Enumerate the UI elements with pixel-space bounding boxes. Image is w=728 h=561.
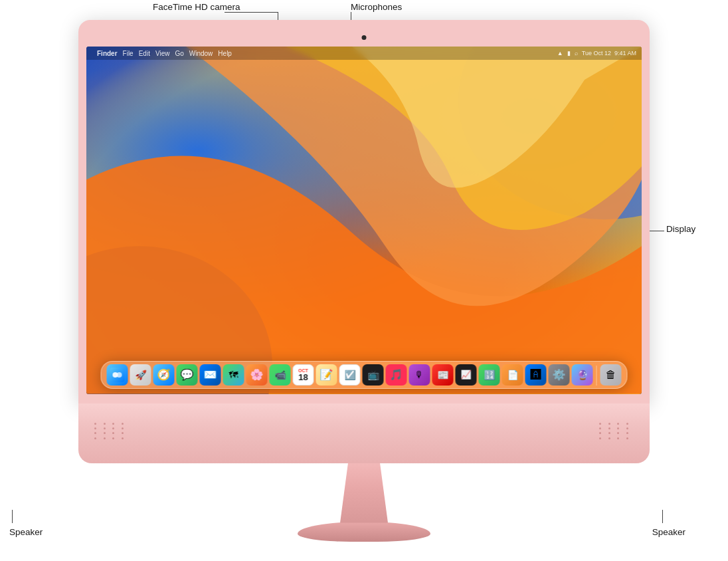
dock-icon-notes[interactable]: 📝 <box>316 364 337 386</box>
grille-dot <box>599 437 601 439</box>
display-label: Display <box>666 224 695 234</box>
menubar: Finder File Edit View Go Window Help ▲ ▮… <box>86 47 642 60</box>
dock-icon-safari[interactable]: 🧭 <box>153 364 175 386</box>
dock-icon-photos[interactable]: 🌸 <box>246 364 268 386</box>
grille-dot <box>626 432 628 434</box>
dock-icon-facetime[interactable]: 📹 <box>270 364 291 386</box>
grille-dot <box>626 437 628 439</box>
speaker-left-label: Speaker <box>9 527 43 537</box>
stand-neck <box>324 463 404 523</box>
monitor-top-bar <box>86 28 642 47</box>
grille-dot <box>94 437 96 439</box>
menubar-view[interactable]: View <box>155 50 170 57</box>
imac-body: Finder File Edit View Go Window Help ▲ ▮… <box>78 20 650 542</box>
grille-dot <box>599 432 601 434</box>
dock-icon-settings[interactable]: ⚙️ <box>549 364 570 386</box>
menubar-go[interactable]: Go <box>175 50 183 57</box>
grille-dot <box>626 427 628 429</box>
grille-dot <box>122 427 124 429</box>
grille-dot <box>608 437 610 439</box>
wallpaper-svg <box>86 47 642 394</box>
dock-icon-finder[interactable] <box>107 364 128 386</box>
grille-dot <box>599 423 601 425</box>
grille-dot <box>617 427 619 429</box>
grille-dot <box>617 432 619 434</box>
grille-dot <box>608 423 610 425</box>
dock-icon-calendar[interactable]: OCT 18 <box>293 364 314 386</box>
speaker-grille-right <box>596 420 636 453</box>
menubar-battery-icon: ▮ <box>567 50 571 56</box>
grille-dot <box>122 437 124 439</box>
dock-icon-maps[interactable]: 🗺 <box>223 364 244 386</box>
grille-dot <box>122 423 124 425</box>
wallpaper <box>86 47 642 394</box>
grille-dot <box>112 432 114 434</box>
grille-dot <box>626 423 628 425</box>
monitor-frame: Finder File Edit View Go Window Help ▲ ▮… <box>78 20 650 403</box>
dock-icon-reminders[interactable]: ☑️ <box>339 364 361 386</box>
facetime-camera-line-h <box>225 12 278 13</box>
grille-dot <box>112 437 114 439</box>
grille-dot <box>112 427 114 429</box>
imac-body-bottom <box>78 403 650 463</box>
dock-icon-news[interactable]: 📰 <box>432 364 454 386</box>
stand-base <box>298 522 430 542</box>
grille-dot <box>122 432 124 434</box>
speaker-right-label: Speaker <box>652 527 685 537</box>
menubar-datetime: Tue Oct 12 9:41 AM <box>582 50 636 56</box>
menubar-right: ▲ ▮ ⌕ Tue Oct 12 9:41 AM <box>557 50 636 56</box>
dock-icon-appstore[interactable]: 🅰 <box>525 364 547 386</box>
speaker-left-line-v <box>12 510 13 523</box>
menubar-help[interactable]: Help <box>218 50 232 57</box>
dock-icon-siri[interactable]: 🔮 <box>572 364 593 386</box>
grille-dot <box>104 423 106 425</box>
menubar-left: Finder File Edit View Go Window Help <box>92 50 232 57</box>
menubar-finder[interactable]: Finder <box>97 50 118 57</box>
grille-dot <box>608 427 610 429</box>
dock-icon-numbers[interactable]: 🔢 <box>479 364 500 386</box>
menubar-window[interactable]: Window <box>189 50 213 57</box>
grille-dot <box>104 432 106 434</box>
dock-icon-podcasts[interactable]: 🎙 <box>409 364 430 386</box>
menubar-file[interactable]: File <box>123 50 134 57</box>
dock-divider <box>596 366 597 386</box>
grille-dot <box>104 427 106 429</box>
speaker-right-line-v <box>662 510 663 523</box>
speaker-grille-left <box>92 420 132 453</box>
menubar-wifi-icon: ▲ <box>557 50 563 56</box>
grille-dot <box>94 427 96 429</box>
grille-dot <box>94 432 96 434</box>
svg-point-4 <box>117 372 122 378</box>
dock-icon-pages[interactable]: 📄 <box>502 364 523 386</box>
menubar-search-icon[interactable]: ⌕ <box>575 50 578 56</box>
microphones-label: Microphones <box>351 2 402 12</box>
dock-icon-launchpad[interactable]: 🚀 <box>130 364 151 386</box>
dock: 🚀 🧭 💬 ✉️ 🗺 🌸 📹 OCT 18 📝 ☑️ 📺 🎵 🎙 📰 📈 � <box>101 361 628 389</box>
grille-dot <box>94 423 96 425</box>
grille-dot <box>617 437 619 439</box>
grille-dot <box>112 423 114 425</box>
facetime-camera-label: FaceTime HD camera <box>153 2 240 12</box>
grille-dot <box>104 437 106 439</box>
camera-dot <box>362 35 367 40</box>
grille-dot <box>608 432 610 434</box>
dock-icon-appletv[interactable]: 📺 <box>363 364 384 386</box>
dock-icon-trash[interactable]: 🗑 <box>600 364 622 386</box>
dock-icon-music[interactable]: 🎵 <box>386 364 407 386</box>
dock-icon-stocks[interactable]: 📈 <box>456 364 477 386</box>
monitor-bottom-chin <box>86 394 642 403</box>
grille-dot <box>617 423 619 425</box>
dock-icon-mail[interactable]: ✉️ <box>200 364 221 386</box>
menubar-edit[interactable]: Edit <box>139 50 150 57</box>
screen: Finder File Edit View Go Window Help ▲ ▮… <box>86 47 642 394</box>
dock-icon-messages[interactable]: 💬 <box>177 364 198 386</box>
grille-dot <box>599 427 601 429</box>
